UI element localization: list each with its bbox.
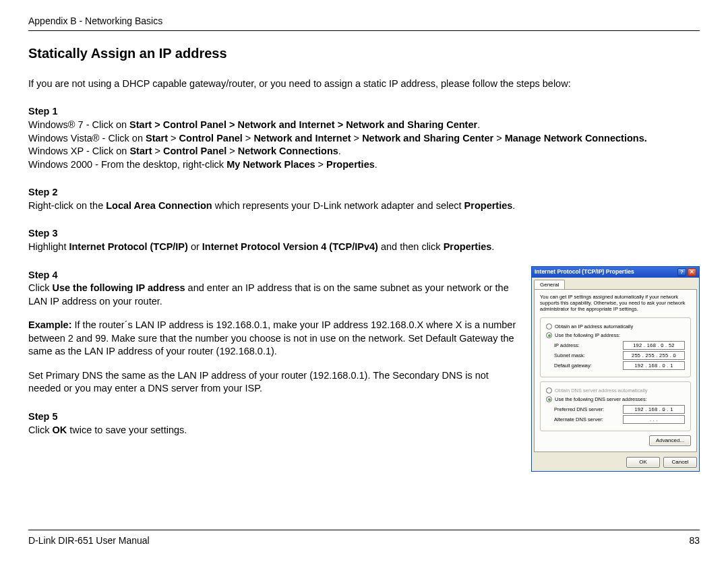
cancel-button[interactable]: Cancel (663, 457, 697, 468)
bold-text: Manage Network Connections. (505, 133, 647, 144)
step-1-win7: Windows® 7 - Click on Start > Control Pa… (28, 119, 700, 132)
text: . (477, 119, 480, 130)
text: Windows Vista® - Click on (28, 133, 146, 144)
text: > (493, 133, 505, 144)
text: Windows® 7 - Click on (28, 119, 129, 130)
ip-group: Obtain an IP address automatically Use t… (540, 317, 691, 377)
bold-text: Network Connections (238, 146, 338, 156)
text: > (152, 146, 163, 156)
dialog-body: You can get IP settings assigned automat… (534, 289, 697, 452)
bold-text: Properties (464, 200, 513, 211)
radio-use-ip[interactable]: Use the following IP address: (546, 332, 685, 338)
dialog-description: You can get IP settings assigned automat… (540, 294, 691, 312)
step-3-text: Highlight Internet Protocol (TCP/IP) or … (28, 241, 700, 254)
footer-page-number: 83 (689, 534, 700, 547)
text: > (315, 159, 327, 170)
bold-text: Control Panel (179, 133, 243, 144)
radio-label: Obtain an IP address automatically (555, 323, 633, 330)
subnet-mask-field[interactable]: 255 . 255 . 255 . 0 (623, 351, 685, 360)
step-3-label: Step 3 (28, 227, 700, 241)
dialog-tab-row: General (532, 278, 699, 290)
default-gateway-field[interactable]: 192 . 168 . 0 . 1 (623, 361, 685, 370)
radio-icon (546, 387, 552, 394)
radio-icon (546, 323, 552, 330)
ip-address-field[interactable]: 192 . 168 . 0 . 52 (623, 341, 685, 350)
bold-text: Local Area Connection (106, 200, 212, 211)
bold-text: Example: (28, 319, 71, 330)
bold-text: OK (52, 425, 67, 435)
text: If the router´s LAN IP address is 192.16… (28, 319, 516, 356)
text: Highlight (28, 241, 69, 252)
page-title: Statically Assign an IP address (28, 44, 700, 63)
text: Click (28, 425, 52, 435)
ok-button[interactable]: OK (626, 457, 660, 468)
text: > (168, 133, 179, 144)
dns-group: Obtain DNS server address automatically … (540, 381, 691, 431)
text: > (243, 133, 254, 144)
step-1-label: Step 1 (28, 105, 700, 119)
text: or (188, 241, 202, 252)
bold-text: Use the following IP address (52, 282, 185, 293)
radio-use-dns[interactable]: Use the following DNS server addresses: (546, 396, 685, 402)
footer: D-Link DIR-651 User Manual 83 (28, 527, 700, 547)
text: and then click (378, 241, 444, 252)
step-1-w2000: Windows 2000 - From the desktop, right-c… (28, 158, 700, 172)
dialog-title: Internet Protocol (TCP/IP) Properties (535, 268, 634, 275)
bold-text: Control Panel (163, 146, 226, 156)
step-1-vista: Windows Vista® - Click on Start > Contro… (28, 132, 700, 146)
text: . (375, 159, 377, 170)
header-breadcrumb: Appendix B - Networking Basics (28, 15, 700, 28)
default-gateway-label: Default gateway: (546, 363, 592, 369)
close-button[interactable]: ✕ (688, 268, 696, 276)
advanced-button[interactable]: Advanced... (649, 435, 691, 446)
step-2-label: Step 2 (28, 186, 700, 199)
bold-text: Network and Internet (253, 133, 351, 144)
alternate-dns-field[interactable]: . . . (623, 415, 685, 424)
header-rule (28, 30, 700, 31)
bold-text: Properties (444, 241, 492, 252)
help-button[interactable]: ? (677, 268, 686, 276)
alternate-dns-label: Alternate DNS server: (546, 416, 603, 423)
intro-paragraph: If you are not using a DHCP capable gate… (28, 77, 700, 91)
text: which represents your D-Link network ada… (212, 200, 464, 211)
subnet-mask-label: Subnet mask: (546, 352, 585, 358)
tab-general[interactable]: General (534, 280, 565, 290)
ip-address-label: IP address: (546, 342, 580, 348)
bold-text: Start > Control Panel > Network and Inte… (129, 119, 477, 130)
bold-text: Start (129, 146, 152, 156)
radio-auto-ip[interactable]: Obtain an IP address automatically (546, 323, 685, 330)
radio-auto-dns: Obtain DNS server address automatically (546, 387, 685, 394)
bold-text: Properties (326, 159, 375, 170)
tcpip-dialog: Internet Protocol (TCP/IP) Properties ? … (531, 266, 700, 472)
dialog-titlebar: Internet Protocol (TCP/IP) Properties ? … (532, 267, 699, 278)
preferred-dns-field[interactable]: 192 . 168 . 0 . 1 (623, 405, 685, 414)
text: Click (28, 282, 52, 293)
bold-text: Network and Sharing Center (362, 133, 493, 144)
step-1-xp: Windows XP - Click on Start > Control Pa… (28, 145, 700, 158)
bold-text: Internet Protocol (TCP/IP) (69, 241, 187, 252)
text: . (512, 200, 515, 211)
step-2-text: Right-click on the Local Area Connection… (28, 199, 700, 213)
text: twice to save your settings. (67, 425, 187, 435)
text: Windows XP - Click on (28, 146, 129, 156)
preferred-dns-label: Preferred DNS server: (546, 406, 604, 412)
content-body: Step 1 Windows® 7 - Click on Start > Con… (28, 105, 700, 472)
radio-label: Use the following DNS server addresses: (555, 396, 647, 402)
text: > (226, 146, 238, 156)
bold-text: My Network Places (226, 159, 315, 170)
radio-label: Obtain DNS server address automatically (555, 387, 648, 394)
text: . (338, 146, 341, 156)
text: Right-click on the (28, 200, 106, 211)
radio-icon (546, 396, 552, 402)
text: Windows 2000 - From the desktop, right-c… (28, 159, 226, 170)
text: . (491, 241, 494, 252)
radio-label: Use the following IP address: (555, 332, 620, 338)
radio-icon (546, 332, 552, 338)
bold-text: Start (146, 133, 168, 144)
footer-manual-name: D-Link DIR-651 User Manual (28, 534, 150, 547)
bold-text: Internet Protocol Version 4 (TCP/IPv4) (202, 241, 378, 252)
text: > (351, 133, 363, 144)
